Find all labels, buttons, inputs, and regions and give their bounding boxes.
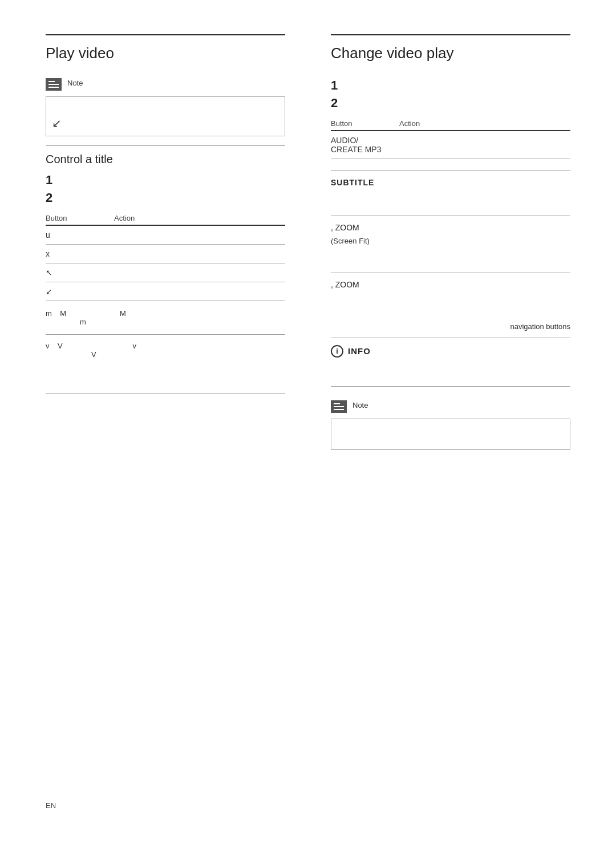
numbered-list-right: 1 2 bbox=[331, 77, 570, 112]
zoom-label-2: , ZOOM bbox=[331, 280, 570, 289]
info-row: i INFO bbox=[331, 345, 570, 358]
v-row-1: v V v bbox=[46, 342, 285, 350]
play-video-title: Play video bbox=[46, 44, 285, 67]
note-box-right: Note bbox=[331, 399, 570, 413]
note-label-right: Note bbox=[352, 401, 368, 409]
num-item-1-left: 1 bbox=[46, 172, 285, 189]
btn-arrow-nw: ↖ bbox=[46, 268, 114, 277]
col-action-right: Action bbox=[399, 119, 570, 128]
table-row-audio: AUDIO/ CREATE MP3 bbox=[331, 131, 570, 159]
m-row-2: m bbox=[80, 318, 285, 326]
table-right: Button Action AUDIO/ CREATE MP3 bbox=[331, 119, 570, 159]
change-video-title: Change video play bbox=[331, 44, 570, 67]
subtitle-label: SUBTITLE bbox=[331, 178, 570, 187]
note-content-left: ↙ bbox=[46, 96, 285, 136]
zoom-screen-fit-label: , ZOOM bbox=[331, 223, 570, 232]
left-column: Play video Note ↙ Control a title 1 2 Bu… bbox=[46, 34, 308, 459]
note-arrow-left: ↙ bbox=[52, 116, 62, 130]
btn-arrow-sw: ↙ bbox=[46, 287, 114, 296]
note-icon-right bbox=[331, 400, 347, 413]
table-header-left: Button Action bbox=[46, 214, 285, 226]
v-row-block: v V v V bbox=[46, 342, 285, 393]
m-row-block: m M M m bbox=[46, 309, 285, 335]
col-action-left: Action bbox=[114, 214, 285, 222]
right-column: Change video play 1 2 Button Action AUDI… bbox=[308, 34, 570, 459]
col-button-right: Button bbox=[331, 119, 399, 128]
zoom-sf-text: , ZOOM bbox=[331, 223, 359, 232]
table-header-right: Button Action bbox=[331, 119, 570, 131]
table-row-arrow-nw: ↖ bbox=[46, 263, 285, 282]
num-item-1-right: 1 bbox=[331, 77, 570, 95]
table-row-u: u bbox=[46, 226, 285, 245]
numbered-list-left: 1 2 bbox=[46, 172, 285, 207]
info-icon: i bbox=[331, 345, 343, 358]
v-row-2: V bbox=[91, 350, 285, 359]
zoom-sf-sub: (Screen Fit) bbox=[331, 237, 570, 245]
info-label: INFO bbox=[348, 346, 371, 356]
note-content-right bbox=[331, 419, 570, 450]
note-icon-left bbox=[46, 78, 62, 91]
navigation-label: navigation buttons bbox=[331, 322, 570, 331]
num-item-2-left: 2 bbox=[46, 189, 285, 207]
m-row-1: m M M bbox=[46, 309, 285, 318]
col-button-left: Button bbox=[46, 214, 114, 222]
table-row-x: x bbox=[46, 245, 285, 263]
num-item-2-right: 2 bbox=[331, 95, 570, 112]
btn-u: u bbox=[46, 230, 114, 240]
control-title: Control a title bbox=[46, 153, 285, 166]
table-left: Button Action u x ↖ ↙ bbox=[46, 214, 285, 301]
zoom-text-2: , ZOOM bbox=[331, 280, 359, 289]
btn-audio: AUDIO/ CREATE MP3 bbox=[331, 136, 399, 154]
note-label-left: Note bbox=[67, 79, 83, 87]
btn-x: x bbox=[46, 249, 114, 258]
note-box-left: Note bbox=[46, 77, 285, 91]
footer-language: EN bbox=[46, 801, 56, 810]
table-row-arrow-sw: ↙ bbox=[46, 282, 285, 301]
